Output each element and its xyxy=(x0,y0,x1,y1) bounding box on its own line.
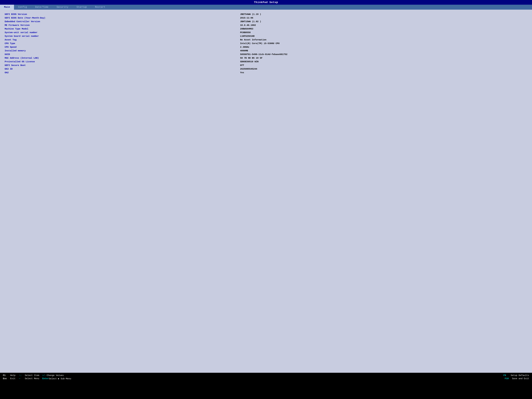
row-label: CPU Speed xyxy=(4,45,240,49)
table-row: Preinstalled OS LicenseSDK0E50510 WIN xyxy=(4,60,528,63)
row-value: No Asset Information xyxy=(240,38,528,42)
row-value: Yes xyxy=(240,71,528,75)
table-row: Installed memory4096MB xyxy=(4,49,528,53)
setup-defaults-label: Setup Defaults xyxy=(511,374,529,377)
status-row-1: F1 Help ↑↓ Select Item +/- Change Values… xyxy=(3,374,529,377)
table-row: CPU Speed2.30GHz xyxy=(4,45,528,49)
table-row: Embedded Controller VersionJBHT15WW (1.0… xyxy=(4,20,528,24)
f9-key: F9 xyxy=(503,374,511,377)
row-label: Embedded Controller Version xyxy=(4,20,240,24)
row-value: JBHT15WW (1.02 ) xyxy=(240,20,528,24)
table-row: Asset TagNo Asset Information xyxy=(4,38,528,42)
row-value: Off xyxy=(240,63,528,67)
change-values-label: Change Values xyxy=(47,374,503,377)
bios-title: ThinkPad Setup xyxy=(254,1,278,4)
plusminus-sep: +/- xyxy=(42,374,47,377)
row-label: System board serial number xyxy=(4,34,240,38)
row-label: System-unit serial number xyxy=(4,31,240,34)
row-value: 20BWS04M03 xyxy=(240,27,528,31)
table-row: UUID50598f81-5498-11cb-914d-febaee681752 xyxy=(4,53,528,56)
row-value: 50598f81-5498-11cb-914d-febaee681752 xyxy=(240,53,528,56)
row-value: 2625085545244 xyxy=(240,67,528,71)
row-value: 2.30GHz xyxy=(240,45,528,49)
row-label: CPU Type xyxy=(4,42,240,45)
row-label: UUID xyxy=(4,53,240,56)
table-row: OA3 ID2625085545244 xyxy=(4,67,528,71)
row-value: PC0B0558 xyxy=(240,31,528,34)
table-row: CPU TypeIntel(R) Core(TM) i5-5300U CPU xyxy=(4,42,528,45)
row-label: UEFI Secure Boot xyxy=(4,63,240,67)
row-label: Machine Type Model xyxy=(4,27,240,31)
row-label: Asset Tag xyxy=(4,38,240,42)
f10-key: F10 xyxy=(505,377,512,380)
status-row-2: Esc Exit ↔ Select Menu Enter Select ▶ Su… xyxy=(3,377,529,380)
title-bar: ThinkPad Setup xyxy=(0,0,532,5)
table-row: System-unit serial numberPC0B0558 xyxy=(4,31,528,34)
table-row: UEFI BIOS VersionJBET54WW (1.19 ) xyxy=(4,13,528,16)
row-value: SDK0E50510 WIN xyxy=(240,60,528,63)
row-label: Installed memory xyxy=(4,49,240,53)
tab-config[interactable]: Config xyxy=(14,5,31,10)
table-row: UEFI BIOS Date (Year-Month-Day)2015-11-0… xyxy=(4,16,528,20)
select-menu-label: Select Menu xyxy=(25,377,42,380)
esc-key: Esc xyxy=(3,377,10,380)
row-label: ME Firmware Version xyxy=(4,24,240,27)
leftright-arrow: ↔ xyxy=(19,377,25,380)
save-exit-label: Save and Exit xyxy=(512,377,529,380)
table-row: Machine Type Model20BWS04M03 xyxy=(4,27,528,31)
exit-label: Exit xyxy=(10,377,19,380)
row-value: L1HF62501HD xyxy=(240,34,528,38)
f1-key: F1 xyxy=(3,374,10,377)
row-label: MAC Address (Internal LAN) xyxy=(4,56,240,60)
status-bar: F1 Help ↑↓ Select Item +/- Change Values… xyxy=(0,373,532,381)
tab-security[interactable]: Security xyxy=(52,5,72,10)
row-value: 50 7B 9D B5 19 5F xyxy=(240,56,528,60)
tab-restart[interactable]: Restart xyxy=(91,5,109,10)
table-row: System board serial numberL1HF62501HD xyxy=(4,34,528,38)
row-label: OA2 xyxy=(4,71,240,75)
row-value: 4096MB xyxy=(240,49,528,53)
row-value: JBET54WW (1.19 ) xyxy=(240,13,528,16)
info-table: UEFI BIOS VersionJBET54WW (1.19 )UEFI BI… xyxy=(4,13,528,75)
row-label: UEFI BIOS Version xyxy=(4,13,240,16)
nav-tabs: Main Config Date/Time Security Startup R… xyxy=(0,5,532,10)
table-row: OA2Yes xyxy=(4,71,528,75)
sub-menu-label: Select ▶ Sub-Menu xyxy=(49,377,505,380)
row-label: Preinstalled OS License xyxy=(4,60,240,63)
tab-datetime[interactable]: Date/Time xyxy=(31,5,52,10)
row-value: 2015-11-06 xyxy=(240,16,528,20)
enter-sep: Enter xyxy=(42,377,49,380)
table-row: UEFI Secure BootOff xyxy=(4,63,528,67)
tab-startup[interactable]: Startup xyxy=(72,5,91,10)
table-row: MAC Address (Internal LAN)50 7B 9D B5 19… xyxy=(4,56,528,60)
row-value: 10.0.46.1002 xyxy=(240,24,528,27)
bios-screen: ThinkPad Setup Main Config Date/Time Sec… xyxy=(0,0,532,381)
help-label: Help xyxy=(10,374,19,377)
table-row: ME Firmware Version10.0.46.1002 xyxy=(4,24,528,27)
updown-arrow: ↑↓ xyxy=(19,374,25,377)
row-label: UEFI BIOS Date (Year-Month-Day) xyxy=(4,16,240,20)
main-content: UEFI BIOS VersionJBET54WW (1.19 )UEFI BI… xyxy=(0,10,532,373)
row-value: Intel(R) Core(TM) i5-5300U CPU xyxy=(240,42,528,45)
tab-main[interactable]: Main xyxy=(0,5,14,10)
row-label: OA3 ID xyxy=(4,67,240,71)
select-item-label: Select Item xyxy=(25,374,42,377)
bottom-black-bar xyxy=(0,381,532,399)
